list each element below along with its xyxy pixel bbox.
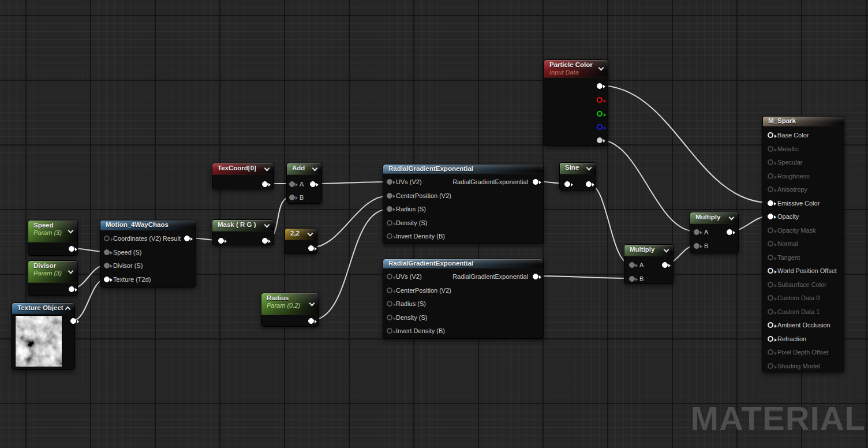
input-pin-radius[interactable] xyxy=(387,206,392,212)
node-sine[interactable]: Sine xyxy=(559,162,596,191)
wire-add-to-rge1-uvs[interactable] xyxy=(312,182,389,184)
wire-particlecolor-a-to-multiply2-a[interactable] xyxy=(599,140,696,232)
input-pin[interactable] xyxy=(564,181,570,187)
input-pin-coordinates[interactable] xyxy=(104,236,110,241)
input-pin-radius[interactable] xyxy=(387,301,392,307)
output-pin[interactable] xyxy=(308,318,314,324)
input-pin-uvs[interactable] xyxy=(387,179,392,185)
output-pin[interactable] xyxy=(586,181,592,187)
input-pin-a[interactable] xyxy=(629,262,635,268)
node-mask[interactable]: Mask ( R G ) xyxy=(212,219,274,245)
input-pin-speed[interactable] xyxy=(104,249,110,255)
node-header[interactable]: Multiply xyxy=(690,212,738,224)
node-header[interactable]: Mask ( R G ) xyxy=(212,220,274,232)
chevron-down-icon[interactable] xyxy=(68,269,73,274)
node-radius-param[interactable]: Radius Param (0.2) xyxy=(261,293,319,327)
input-pin-pixel-depth-offset[interactable] xyxy=(768,349,773,355)
input-pin-roughness[interactable] xyxy=(768,173,773,179)
input-pin-base-color[interactable] xyxy=(768,132,773,138)
input-pin-tangent[interactable] xyxy=(768,255,773,260)
node-header[interactable]: Texture Object xyxy=(12,303,74,314)
node-header[interactable]: Radius Param (0.2) xyxy=(261,293,319,315)
chevron-down-icon[interactable] xyxy=(664,248,669,253)
node-motion-4waychaos[interactable]: Motion_4WayChaos Coordinates (V2) Result… xyxy=(100,220,196,288)
output-pin[interactable] xyxy=(533,274,538,279)
input-pin-density[interactable] xyxy=(387,220,392,226)
input-pin-b[interactable] xyxy=(629,276,635,282)
output-pin[interactable] xyxy=(262,181,268,187)
node-header[interactable]: Sine xyxy=(560,163,596,174)
input-pin-b[interactable] xyxy=(289,195,295,200)
node-mspark-output[interactable]: M_Spark Base Color Metallic Specular Rou… xyxy=(762,116,844,372)
node-header[interactable]: Motion_4WayChaos xyxy=(100,221,196,230)
node-speed-param[interactable]: Speed Param (3) xyxy=(28,220,78,256)
output-pin[interactable] xyxy=(727,229,732,235)
node-multiply-1[interactable]: Multiply A B xyxy=(624,244,674,284)
node-divisor-param[interactable]: Divisor Param (3) xyxy=(28,260,78,296)
chevron-down-icon[interactable] xyxy=(598,66,604,71)
node-header[interactable]: RadialGradientExponential xyxy=(383,259,543,268)
input-pin-a[interactable] xyxy=(694,229,699,235)
input-pin-ambient-occlusion[interactable] xyxy=(768,322,773,328)
material-graph-canvas[interactable]: MATERIAL Particle Color Input Data xyxy=(0,0,868,448)
output-pin[interactable] xyxy=(310,181,316,187)
chevron-down-icon[interactable] xyxy=(586,166,592,171)
chevron-down-icon[interactable] xyxy=(312,166,317,171)
node-particle-color[interactable]: Particle Color Input Data xyxy=(544,59,608,146)
chevron-down-icon[interactable] xyxy=(68,229,73,234)
input-pin-uvs[interactable] xyxy=(387,274,392,279)
input-pin-custom-data-0[interactable] xyxy=(768,295,773,301)
output-pin[interactable] xyxy=(69,246,74,252)
input-pin-specular[interactable] xyxy=(768,159,773,165)
wire-radius-to-rge1-radius[interactable] xyxy=(310,209,389,320)
node-radialgradientexponential-2[interactable]: RadialGradientExponential UVs (V2) Cente… xyxy=(383,259,544,339)
input-pin-anisotropy[interactable] xyxy=(768,186,773,192)
node-header[interactable]: Divisor Param (3) xyxy=(28,261,77,283)
output-pin-g[interactable] xyxy=(597,111,603,117)
input-pin-world-position-offset[interactable] xyxy=(768,268,773,274)
output-pin[interactable] xyxy=(69,286,74,292)
input-pin-texture[interactable] xyxy=(104,277,110,282)
node-header[interactable]: TexCoord[0] xyxy=(212,163,274,175)
input-pin-shading-model[interactable] xyxy=(768,363,773,369)
input-pin-invert-density[interactable] xyxy=(387,328,392,334)
input-pin-centerposition[interactable] xyxy=(387,193,392,199)
input-pin-normal[interactable] xyxy=(768,241,773,247)
input-pin-opacity[interactable] xyxy=(768,214,773,219)
node-texture-object[interactable]: Texture Object xyxy=(12,303,75,370)
output-pin[interactable] xyxy=(662,262,668,268)
node-header[interactable]: Add xyxy=(287,163,321,175)
chevron-down-icon[interactable] xyxy=(264,223,270,228)
chevron-down-icon[interactable] xyxy=(729,215,734,221)
node-header[interactable]: Speed Param (3) xyxy=(28,221,77,242)
output-pin[interactable] xyxy=(262,238,268,244)
output-pin-rgb[interactable] xyxy=(597,83,603,89)
input-pin-opacity-mask[interactable] xyxy=(768,227,773,233)
input-pin-custom-data-1[interactable] xyxy=(768,309,773,315)
output-pin[interactable] xyxy=(533,179,538,185)
node-add[interactable]: Add A B xyxy=(286,163,322,204)
wire-rge2-to-multiply1-b[interactable] xyxy=(535,276,631,278)
input-pin-invert-density[interactable] xyxy=(387,233,392,239)
chevron-down-icon[interactable] xyxy=(264,166,270,171)
input-pin-metallic[interactable] xyxy=(768,146,773,152)
input-pin-refraction[interactable] xyxy=(768,336,773,342)
wire-particlecolor-rgb-to-emissive[interactable] xyxy=(599,85,770,203)
node-multiply-2[interactable]: Multiply A B xyxy=(690,212,739,253)
input-pin-divisor[interactable] xyxy=(104,263,110,268)
output-pin[interactable] xyxy=(308,245,314,251)
chevron-down-icon[interactable] xyxy=(309,301,315,307)
output-pin-r[interactable] xyxy=(597,97,603,103)
output-pin-result[interactable] xyxy=(184,236,190,241)
node-header[interactable]: RadialGradientExponential xyxy=(383,165,543,174)
input-pin-centerposition[interactable] xyxy=(387,288,392,293)
chevron-up-icon[interactable] xyxy=(65,305,70,311)
output-pin-b[interactable] xyxy=(597,124,603,130)
wire-const22-to-rge1-centerposition[interactable] xyxy=(310,196,389,248)
node-constant-2-2[interactable]: 2,2 xyxy=(285,228,317,254)
node-header[interactable]: Particle Color Input Data xyxy=(544,60,608,78)
input-pin-b[interactable] xyxy=(694,243,699,249)
output-pin[interactable] xyxy=(70,318,76,324)
input-pin-density[interactable] xyxy=(387,315,392,320)
node-header[interactable]: Multiply xyxy=(624,245,673,256)
